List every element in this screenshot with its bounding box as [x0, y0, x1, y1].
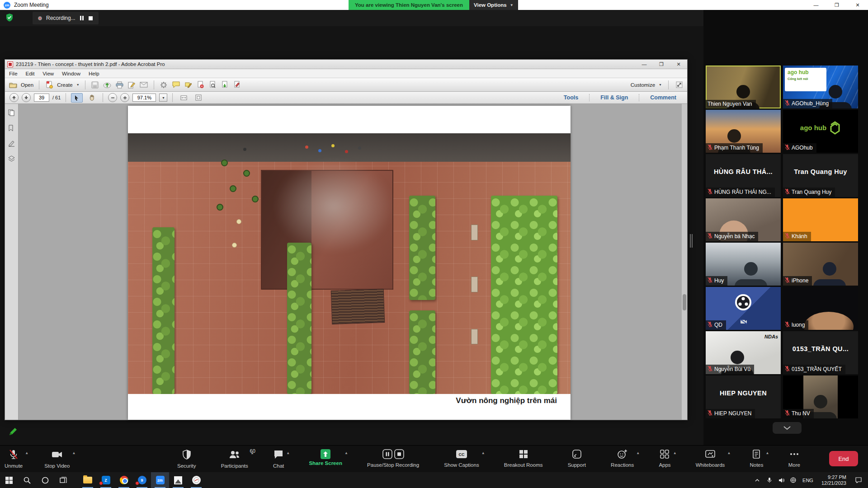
start-button[interactable]: [0, 472, 18, 488]
acrobat-minimize-icon[interactable]: —: [636, 60, 653, 69]
taskbar-file-explorer-icon[interactable]: [79, 472, 97, 488]
restore-icon[interactable]: ❐: [826, 0, 847, 10]
layers-panel-icon[interactable]: [8, 155, 15, 163]
chevron-up-icon[interactable]: ▲: [344, 451, 348, 455]
bookmarks-icon[interactable]: [8, 125, 15, 132]
view-options-button[interactable]: View Options ▼: [469, 0, 518, 10]
document-scrollbar[interactable]: [682, 104, 687, 420]
tab-comment[interactable]: Comment: [650, 94, 676, 101]
save-icon[interactable]: [91, 80, 99, 89]
taskbar-zalo-icon[interactable]: Z: [97, 472, 115, 488]
doc-search-icon[interactable]: [208, 80, 217, 89]
zoom-in-button[interactable]: [120, 93, 129, 102]
participant-tile[interactable]: NDAs Nguyễn Bùi Vũ: [706, 331, 781, 374]
participant-tile[interactable]: Huy: [706, 243, 781, 286]
print-icon[interactable]: [115, 80, 124, 89]
fit-width-icon[interactable]: [178, 93, 189, 103]
chevron-up-icon[interactable]: ▲: [481, 451, 485, 455]
zoom-dropdown-icon[interactable]: ▼: [159, 94, 167, 102]
participant-tile[interactable]: 0153_TRẦN QU... 0153_TRẦN QUYẾT: [783, 331, 858, 374]
security-shield-icon[interactable]: [5, 13, 14, 24]
chevron-up-icon[interactable]: ▲: [766, 451, 769, 455]
breakout-rooms-button[interactable]: Breakout Rooms: [504, 446, 543, 473]
taskbar-chrome-icon[interactable]: [115, 472, 133, 488]
participant-tile[interactable]: iPhone: [783, 243, 858, 286]
end-meeting-button[interactable]: End: [829, 451, 858, 466]
menu-window[interactable]: Window: [58, 71, 85, 76]
participant-tile[interactable]: Phạm Thanh Tùng: [706, 110, 781, 153]
edit-page-icon[interactable]: [127, 80, 136, 89]
chat-button[interactable]: ▲ Chat: [273, 446, 284, 473]
doc-delete-icon[interactable]: [196, 80, 205, 89]
menu-help[interactable]: Help: [85, 71, 104, 76]
pause-recording-icon[interactable]: [80, 15, 84, 21]
annotate-pencil-icon[interactable]: [8, 427, 18, 438]
search-icon[interactable]: [18, 472, 36, 488]
select-tool-button[interactable]: [71, 93, 83, 103]
taskbar-obs-icon[interactable]: [187, 472, 205, 488]
participant-tile[interactable]: luong: [783, 287, 858, 330]
show-captions-button[interactable]: CC ▲ Show Captions: [444, 446, 479, 473]
support-button[interactable]: Support: [568, 446, 586, 473]
page-number-input[interactable]: [34, 94, 49, 102]
unmute-button[interactable]: ▲ Unmute: [5, 446, 23, 473]
taskbar-photos-icon[interactable]: [169, 472, 187, 488]
scrollbar-thumb[interactable]: [683, 294, 686, 310]
tray-volume-icon[interactable]: [776, 478, 786, 483]
doc-export-icon[interactable]: [221, 80, 229, 89]
fit-page-icon[interactable]: [193, 93, 204, 103]
expand-toolbar-icon[interactable]: [675, 80, 684, 89]
tab-tools[interactable]: Tools: [564, 94, 578, 101]
menu-edit[interactable]: Edit: [22, 71, 39, 76]
next-page-button[interactable]: [22, 93, 31, 102]
signature-panel-icon[interactable]: [8, 140, 15, 147]
more-participants-button[interactable]: [773, 422, 802, 434]
task-view-icon[interactable]: [54, 472, 72, 488]
email-icon[interactable]: [140, 80, 148, 89]
stop-recording-icon[interactable]: [88, 16, 93, 21]
doc-sign-icon[interactable]: [233, 80, 241, 89]
page-thumbnails-icon[interactable]: [8, 109, 15, 117]
notes-button[interactable]: ▲ Notes: [750, 446, 763, 473]
more-button[interactable]: More: [788, 446, 800, 473]
share-screen-button[interactable]: ▲ Share Screen: [309, 446, 342, 473]
participant-tile[interactable]: QD: [706, 287, 781, 330]
chevron-up-icon[interactable]: ▲: [250, 451, 254, 455]
chevron-up-icon[interactable]: ▲: [727, 451, 731, 455]
upload-cloud-icon[interactable]: [103, 80, 112, 89]
clock[interactable]: 9:27 PM 12/21/2023: [818, 474, 850, 486]
acrobat-restore-icon[interactable]: ❐: [653, 60, 670, 69]
taskbar-zoom-icon[interactable]: zm: [151, 472, 169, 488]
acrobat-close-icon[interactable]: ✕: [670, 60, 687, 69]
security-button[interactable]: Security: [177, 446, 196, 473]
participant-tile[interactable]: Tran Quang Huy Tran Quang Huy: [783, 154, 858, 197]
participant-tile[interactable]: Nguyễn bá Nhạc: [706, 198, 781, 241]
tray-mic-icon[interactable]: [764, 477, 774, 483]
cortana-icon[interactable]: [36, 472, 54, 488]
zoom-level-value[interactable]: 97.1%: [132, 94, 156, 102]
language-indicator[interactable]: ENG: [800, 478, 816, 483]
tray-expand-icon[interactable]: [752, 479, 763, 482]
tab-fill-sign[interactable]: Fill & Sign: [600, 94, 628, 101]
customize-button[interactable]: Customize ▼: [631, 82, 662, 88]
hand-tool-button[interactable]: [86, 93, 98, 103]
notification-center-icon[interactable]: [852, 477, 865, 483]
panel-resize-handle[interactable]: [690, 234, 693, 248]
gear-icon[interactable]: [160, 80, 168, 89]
whiteboards-button[interactable]: ▲ Whiteboards: [696, 446, 725, 473]
stop-video-button[interactable]: ▲ Stop Video: [44, 446, 70, 473]
chevron-up-icon[interactable]: ▲: [636, 451, 640, 455]
chevron-up-icon[interactable]: ▲: [673, 451, 677, 455]
open-button[interactable]: Open: [9, 80, 33, 89]
menu-file[interactable]: File: [5, 71, 22, 76]
reactions-button[interactable]: ▲ Reactions: [611, 446, 634, 473]
minimize-icon[interactable]: —: [806, 0, 826, 10]
zoom-out-button[interactable]: [108, 93, 117, 102]
stop-recording-icon[interactable]: [394, 449, 404, 461]
comment-bubble-icon[interactable]: [172, 80, 180, 89]
participant-tile[interactable]: Thu NV: [783, 375, 858, 418]
chevron-up-icon[interactable]: ▲: [286, 451, 290, 455]
pause-recording-icon[interactable]: [382, 449, 392, 461]
participant-tile[interactable]: ago hub AGOhub: [783, 110, 858, 153]
highlighter-icon[interactable]: [184, 80, 193, 89]
